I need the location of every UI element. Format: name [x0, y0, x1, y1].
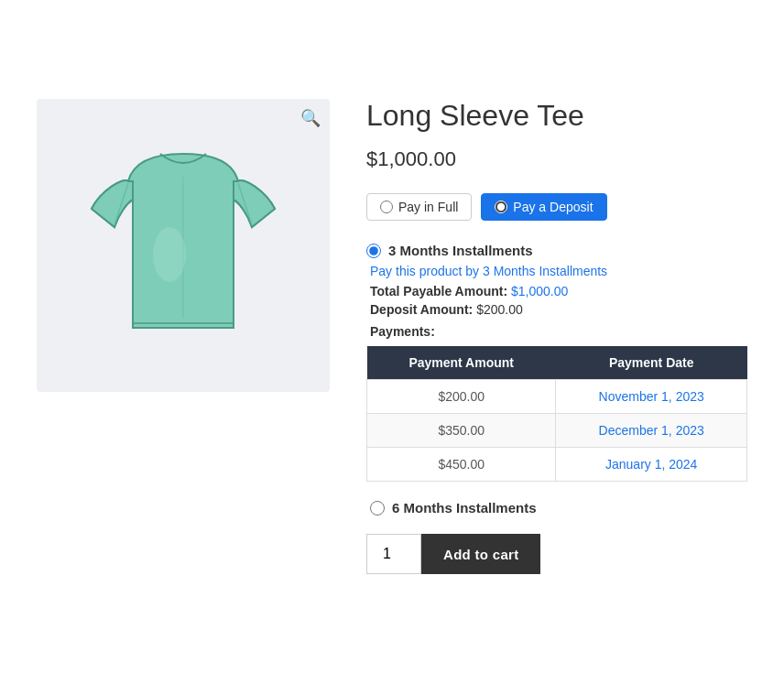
col-payment-date-header: Payment Date	[556, 346, 747, 380]
pay-in-full-label: Pay in Full	[398, 200, 458, 214]
three-months-description: Pay this product by 3 Months Installment…	[370, 264, 747, 278]
payments-table: Payment Amount Payment Date $200.00 Nove…	[366, 346, 747, 482]
payment-options: Pay in Full Pay a Deposit	[366, 193, 747, 221]
table-row: $450.00 January 1, 2024	[367, 448, 747, 482]
six-months-radio[interactable]	[370, 501, 385, 516]
six-months-section[interactable]: 6 Months Installments	[370, 500, 747, 516]
svg-point-4	[153, 227, 186, 282]
total-payable: Total Payable Amount: $1,000.00	[370, 284, 747, 299]
six-months-label: 6 Months Installments	[392, 500, 537, 516]
deposit-amount: Deposit Amount: $200.00	[370, 302, 747, 317]
product-image-wrapper: 🔍	[37, 99, 330, 392]
product-container: 🔍 Long Sleeve Tee $1,000.00	[0, 62, 784, 611]
three-months-option[interactable]: 3 Months Installments	[366, 243, 747, 258]
pay-deposit-label: Pay a Deposit	[513, 200, 593, 214]
total-payable-value: $1,000.00	[511, 284, 568, 299]
payment-date-cell: November 1, 2023	[556, 380, 747, 414]
zoom-icon[interactable]: 🔍	[300, 108, 321, 128]
pay-deposit-option[interactable]: Pay a Deposit	[481, 193, 606, 221]
payment-amount-cell: $200.00	[367, 380, 556, 414]
quantity-input[interactable]	[366, 534, 421, 574]
three-months-radio[interactable]	[366, 244, 381, 258]
payment-date-cell: December 1, 2023	[556, 414, 747, 448]
payment-amount-cell: $450.00	[367, 448, 556, 482]
deposit-label: Deposit Amount:	[370, 302, 473, 317]
pay-in-full-option[interactable]: Pay in Full	[366, 193, 472, 221]
product-image	[73, 126, 293, 364]
table-header-row: Payment Amount Payment Date	[367, 346, 747, 380]
payment-amount-cell: $350.00	[367, 414, 556, 448]
table-row: $350.00 December 1, 2023	[367, 414, 747, 448]
product-details: Long Sleeve Tee $1,000.00 Pay in Full Pa…	[366, 99, 747, 574]
product-price: $1,000.00	[366, 147, 747, 171]
total-payable-label: Total Payable Amount:	[370, 284, 507, 299]
payment-date-cell: January 1, 2024	[556, 448, 747, 482]
add-to-cart-button[interactable]: Add to cart	[421, 534, 540, 574]
three-months-label: 3 Months Installments	[388, 243, 533, 258]
pay-deposit-radio[interactable]	[495, 201, 507, 213]
cart-section: Add to cart	[366, 534, 747, 574]
product-title: Long Sleeve Tee	[366, 99, 747, 133]
deposit-value: $200.00	[476, 302, 523, 317]
three-months-section: 3 Months Installments Pay this product b…	[366, 243, 747, 482]
pay-in-full-radio[interactable]	[380, 201, 393, 213]
payments-label: Payments:	[370, 324, 747, 339]
table-row: $200.00 November 1, 2023	[367, 380, 747, 414]
col-payment-amount-header: Payment Amount	[367, 346, 556, 380]
